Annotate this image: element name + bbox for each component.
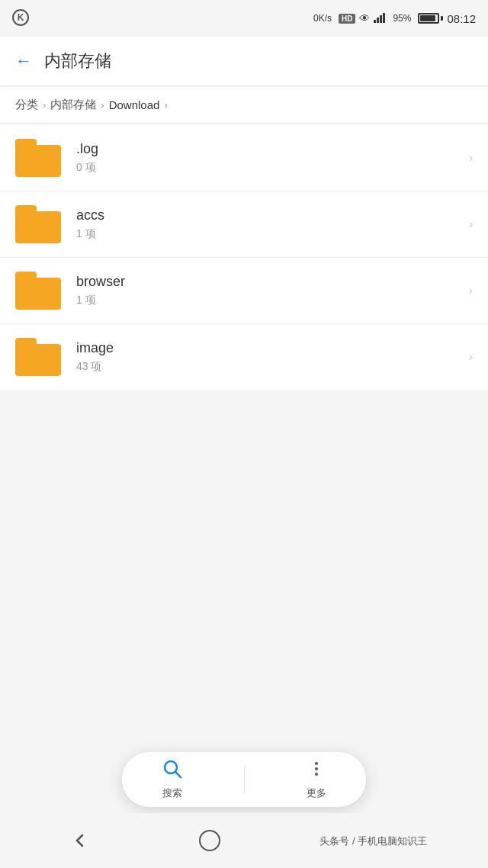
bottom-toolbar: 搜索 更多 xyxy=(122,752,366,807)
file-count-browser: 1 项 xyxy=(76,294,469,307)
file-count-accs: 1 项 xyxy=(76,227,469,241)
more-label: 更多 xyxy=(307,786,326,800)
folder-icon-browser xyxy=(15,272,61,310)
svg-point-7 xyxy=(315,762,318,765)
breadcrumb-chevron-3: › xyxy=(164,99,167,111)
network-speed: 0K/s xyxy=(313,13,332,24)
back-button[interactable]: ← xyxy=(15,51,32,71)
status-bar: K 0K/s HD 👁 95% 08:12 xyxy=(0,0,488,37)
svg-line-6 xyxy=(175,772,181,777)
nav-brand-text: 头条号 / 手机电脑知识王 xyxy=(319,835,427,847)
status-bar-app-icon: K xyxy=(12,9,29,26)
more-icon xyxy=(307,759,326,783)
status-bar-right: 0K/s HD 👁 95% 08:12 xyxy=(313,12,476,25)
file-name-log: .log xyxy=(76,141,469,157)
page-title: 内部存储 xyxy=(44,50,111,72)
file-name-accs: accs xyxy=(76,207,469,223)
signal-icon xyxy=(374,12,389,24)
eye-icon: 👁 xyxy=(359,12,370,24)
file-count-image: 43 项 xyxy=(76,360,469,374)
search-icon xyxy=(162,759,182,783)
file-count-log: 0 项 xyxy=(76,161,469,175)
chevron-right-accs: › xyxy=(469,217,473,231)
chevron-right-image: › xyxy=(469,350,473,364)
hd-badge: HD xyxy=(339,14,355,24)
svg-point-8 xyxy=(315,767,318,770)
breadcrumb-item-2[interactable]: 内部存储 xyxy=(50,98,96,112)
file-item-accs[interactable]: accs 1 项 › xyxy=(0,191,488,258)
breadcrumb-chevron-2: › xyxy=(101,99,104,111)
svg-rect-1 xyxy=(377,18,379,23)
chevron-right-browser: › xyxy=(469,284,473,297)
toolbar-divider xyxy=(244,766,245,793)
svg-rect-3 xyxy=(383,13,385,23)
svg-rect-4 xyxy=(386,13,388,23)
file-name-image: image xyxy=(76,340,469,356)
nav-home-button[interactable] xyxy=(191,821,229,860)
breadcrumb-item-3[interactable]: Download xyxy=(109,98,160,111)
file-info-accs: accs 1 项 xyxy=(76,207,469,241)
battery-icon xyxy=(418,13,443,24)
file-info-image: image 43 项 xyxy=(76,340,469,374)
battery-percent: 95% xyxy=(393,13,411,24)
folder-icon-image xyxy=(15,338,61,376)
svg-rect-2 xyxy=(380,15,382,23)
header: ← 内部存储 xyxy=(0,37,488,85)
file-name-browser: browser xyxy=(76,274,469,290)
more-button[interactable]: 更多 xyxy=(288,753,345,806)
breadcrumb: 分类 › 内部存储 › Download › xyxy=(0,87,488,124)
file-info-log: .log 0 项 xyxy=(76,141,469,175)
search-label: 搜索 xyxy=(162,786,182,800)
search-button[interactable]: 搜索 xyxy=(144,753,201,806)
folder-icon-log xyxy=(15,139,61,177)
time-display: 08:12 xyxy=(447,12,476,25)
breadcrumb-chevron-1: › xyxy=(43,99,46,111)
folder-icon-accs xyxy=(15,205,61,243)
nav-back-button[interactable] xyxy=(61,821,99,860)
nav-center-text: 头条号 / 手机电脑知识王 xyxy=(319,834,427,848)
file-item-image[interactable]: image 43 项 › xyxy=(0,324,488,390)
svg-rect-0 xyxy=(374,20,376,23)
chevron-right-log: › xyxy=(469,151,473,165)
file-info-browser: browser 1 项 xyxy=(76,274,469,307)
svg-point-9 xyxy=(315,773,318,776)
file-item-browser[interactable]: browser 1 项 › xyxy=(0,258,488,324)
nav-bar: 头条号 / 手机电脑知识王 xyxy=(0,813,488,868)
file-item-log[interactable]: .log 0 项 › xyxy=(0,125,488,191)
file-list: .log 0 项 › accs 1 项 › browser 1 项 › xyxy=(0,125,488,390)
breadcrumb-item-1[interactable]: 分类 xyxy=(15,98,38,112)
